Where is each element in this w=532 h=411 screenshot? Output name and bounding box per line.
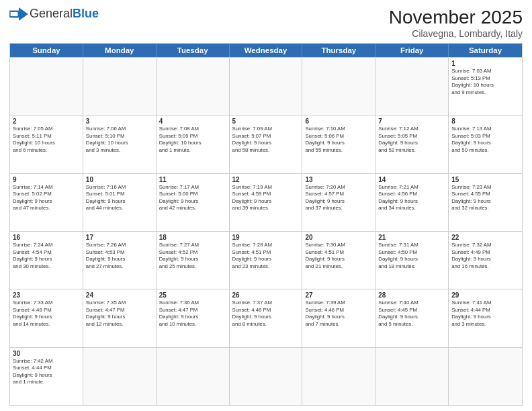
calendar-cell [375,348,449,405]
weekday-header-wednesday: Wednesday [230,44,303,57]
day-number: 8 [451,118,519,125]
calendar-cell: 26Sunrise: 7:37 AM Sunset: 4:46 PM Dayli… [230,289,303,347]
day-number: 26 [232,291,300,299]
calendar-cell: 28Sunrise: 7:40 AM Sunset: 4:45 PM Dayli… [375,289,449,347]
calendar-cell [375,58,449,115]
day-number: 6 [305,118,372,125]
calendar-header: SundayMondayTuesdayWednesdayThursdayFrid… [10,44,522,57]
calendar-cell [83,58,157,115]
cell-info: Sunrise: 7:12 AM Sunset: 5:05 PM Dayligh… [378,126,445,154]
svg-rect-2 [11,11,18,15]
calendar-cell: 23Sunrise: 7:33 AM Sunset: 4:48 PM Dayli… [10,289,83,347]
calendar-cell: 24Sunrise: 7:35 AM Sunset: 4:47 PM Dayli… [83,289,157,347]
weekday-header-tuesday: Tuesday [157,44,230,57]
cell-info: Sunrise: 7:31 AM Sunset: 4:50 PM Dayligh… [378,242,445,270]
calendar-cell: 19Sunrise: 7:28 AM Sunset: 4:51 PM Dayli… [230,232,303,289]
month-title: November 2025 [389,7,523,28]
calendar-row-0: 1Sunrise: 7:03 AM Sunset: 5:13 PM Daylig… [10,57,522,115]
cell-info: Sunrise: 7:30 AM Sunset: 4:51 PM Dayligh… [305,242,372,270]
calendar: SundayMondayTuesdayWednesdayThursdayFrid… [9,43,523,406]
calendar-cell: 30Sunrise: 7:42 AM Sunset: 4:44 PM Dayli… [10,348,83,405]
calendar-cell [83,348,157,405]
day-number: 24 [86,291,153,299]
title-area: November 2025 Cilavegna, Lombardy, Italy [389,7,523,39]
cell-info: Sunrise: 7:05 AM Sunset: 5:11 PM Dayligh… [13,126,80,154]
page: GeneralBlue November 2025 Cilavegna, Lom… [0,0,532,411]
calendar-cell: 15Sunrise: 7:23 AM Sunset: 4:55 PM Dayli… [449,174,522,231]
header: GeneralBlue November 2025 Cilavegna, Lom… [9,7,523,39]
day-number: 9 [13,176,80,183]
svg-marker-1 [19,7,28,21]
calendar-cell: 6Sunrise: 7:10 AM Sunset: 5:06 PM Daylig… [302,116,375,173]
calendar-cell [302,348,375,405]
calendar-cell: 8Sunrise: 7:13 AM Sunset: 5:03 PM Daylig… [449,116,522,173]
calendar-cell: 3Sunrise: 7:06 AM Sunset: 5:10 PM Daylig… [83,116,157,173]
cell-info: Sunrise: 7:09 AM Sunset: 5:07 PM Dayligh… [232,126,300,154]
logo: GeneralBlue [9,7,99,21]
calendar-cell [449,348,522,405]
weekday-header-saturday: Saturday [449,44,522,57]
day-number: 13 [305,176,372,183]
calendar-cell: 9Sunrise: 7:14 AM Sunset: 5:02 PM Daylig… [10,174,83,231]
weekday-header-thursday: Thursday [302,44,375,57]
day-number: 29 [451,291,519,299]
calendar-cell: 18Sunrise: 7:27 AM Sunset: 4:52 PM Dayli… [157,232,230,289]
calendar-cell: 11Sunrise: 7:17 AM Sunset: 5:00 PM Dayli… [157,174,230,231]
calendar-cell: 1Sunrise: 7:03 AM Sunset: 5:13 PM Daylig… [449,58,522,115]
calendar-cell: 13Sunrise: 7:20 AM Sunset: 4:57 PM Dayli… [302,174,375,231]
calendar-cell: 20Sunrise: 7:30 AM Sunset: 4:51 PM Dayli… [302,232,375,289]
cell-info: Sunrise: 7:36 AM Sunset: 4:47 PM Dayligh… [159,300,226,328]
calendar-row-1: 2Sunrise: 7:05 AM Sunset: 5:11 PM Daylig… [10,115,522,173]
day-number: 25 [159,291,226,299]
weekday-header-friday: Friday [375,44,449,57]
calendar-cell: 4Sunrise: 7:08 AM Sunset: 5:09 PM Daylig… [157,116,230,173]
cell-info: Sunrise: 7:23 AM Sunset: 4:55 PM Dayligh… [451,184,519,212]
day-number: 16 [13,234,80,241]
day-number: 7 [378,118,445,125]
cell-info: Sunrise: 7:13 AM Sunset: 5:03 PM Dayligh… [451,126,519,154]
cell-info: Sunrise: 7:16 AM Sunset: 5:01 PM Dayligh… [86,184,153,212]
cell-info: Sunrise: 7:21 AM Sunset: 4:56 PM Dayligh… [378,184,445,212]
cell-info: Sunrise: 7:20 AM Sunset: 4:57 PM Dayligh… [305,184,372,212]
calendar-cell [157,348,230,405]
day-number: 3 [86,118,153,125]
calendar-row-5: 30Sunrise: 7:42 AM Sunset: 4:44 PM Dayli… [10,347,522,405]
calendar-row-2: 9Sunrise: 7:14 AM Sunset: 5:02 PM Daylig… [10,173,522,231]
cell-info: Sunrise: 7:08 AM Sunset: 5:09 PM Dayligh… [159,126,226,154]
location: Cilavegna, Lombardy, Italy [389,28,523,39]
day-number: 11 [159,176,226,183]
logo-text: GeneralBlue [30,7,99,21]
calendar-cell: 5Sunrise: 7:09 AM Sunset: 5:07 PM Daylig… [230,116,303,173]
calendar-row-4: 23Sunrise: 7:33 AM Sunset: 4:48 PM Dayli… [10,289,522,347]
calendar-cell [302,58,375,115]
calendar-cell [157,58,230,115]
cell-info: Sunrise: 7:03 AM Sunset: 5:13 PM Dayligh… [451,68,519,96]
day-number: 15 [451,176,519,183]
calendar-cell [10,58,83,115]
day-number: 20 [305,234,372,241]
day-number: 5 [232,118,300,125]
weekday-header-sunday: Sunday [10,44,83,57]
calendar-cell: 10Sunrise: 7:16 AM Sunset: 5:01 PM Dayli… [83,174,157,231]
calendar-cell: 16Sunrise: 7:24 AM Sunset: 4:54 PM Dayli… [10,232,83,289]
cell-info: Sunrise: 7:14 AM Sunset: 5:02 PM Dayligh… [13,184,80,212]
cell-info: Sunrise: 7:24 AM Sunset: 4:54 PM Dayligh… [13,242,80,270]
calendar-cell: 22Sunrise: 7:32 AM Sunset: 4:49 PM Dayli… [449,232,522,289]
day-number: 22 [451,234,519,241]
calendar-body: 1Sunrise: 7:03 AM Sunset: 5:13 PM Daylig… [10,57,522,405]
cell-info: Sunrise: 7:27 AM Sunset: 4:52 PM Dayligh… [159,242,226,270]
calendar-cell: 2Sunrise: 7:05 AM Sunset: 5:11 PM Daylig… [10,116,83,173]
cell-info: Sunrise: 7:37 AM Sunset: 4:46 PM Dayligh… [232,300,300,328]
cell-info: Sunrise: 7:10 AM Sunset: 5:06 PM Dayligh… [305,126,372,154]
logo-area: GeneralBlue [9,7,99,21]
cell-info: Sunrise: 7:06 AM Sunset: 5:10 PM Dayligh… [86,126,153,154]
cell-info: Sunrise: 7:33 AM Sunset: 4:48 PM Dayligh… [13,300,80,328]
cell-info: Sunrise: 7:26 AM Sunset: 4:53 PM Dayligh… [86,242,153,270]
calendar-cell: 29Sunrise: 7:41 AM Sunset: 4:44 PM Dayli… [449,289,522,347]
logo-icon [9,7,28,21]
weekday-header-monday: Monday [83,44,157,57]
calendar-cell [230,58,303,115]
day-number: 21 [378,234,445,241]
cell-info: Sunrise: 7:28 AM Sunset: 4:51 PM Dayligh… [232,242,300,270]
calendar-cell [230,348,303,405]
